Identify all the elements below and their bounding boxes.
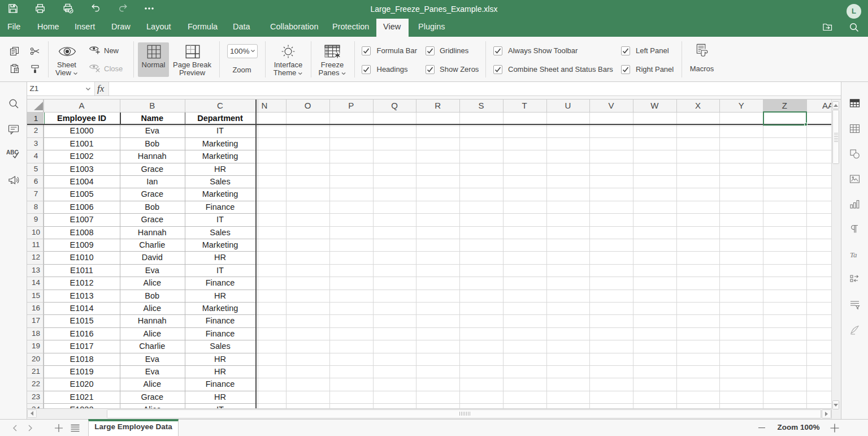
svg-text:Ta: Ta: [850, 251, 857, 259]
svg-text:ABC: ABC: [6, 149, 19, 156]
